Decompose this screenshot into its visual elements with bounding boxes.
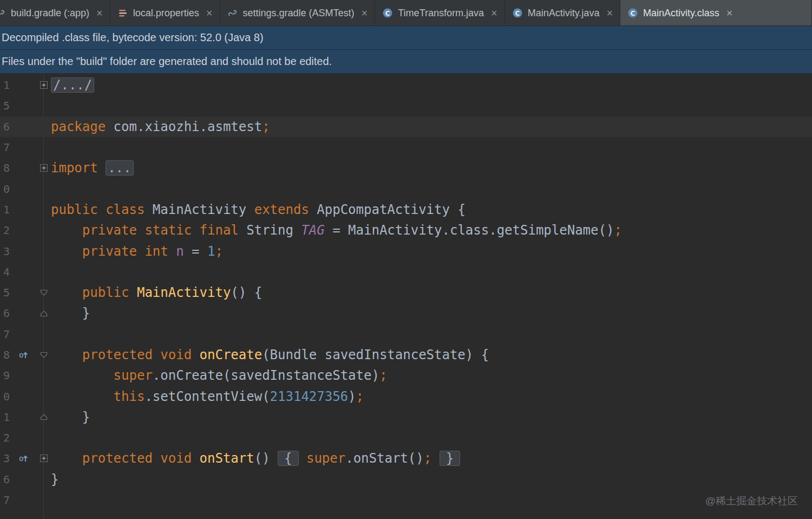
editor[interactable]: 1/.../56package com.xiaozhi.asmtest;78im… bbox=[0, 74, 812, 519]
code-text: } bbox=[51, 473, 58, 486]
fold-plus-icon[interactable] bbox=[37, 164, 51, 172]
tab-label: settings.gradle (ASMTest) bbox=[243, 8, 355, 18]
tab-bar: build.gradle (:app)×local.properties×set… bbox=[0, 0, 812, 26]
code-line[interactable]: 2 bbox=[0, 427, 812, 448]
line-number: 2 bbox=[0, 431, 10, 444]
watermark: @稀土掘金技术社区 bbox=[705, 494, 798, 508]
svg-text:o: o bbox=[19, 351, 23, 359]
code-line[interactable]: 2 private static final String TAG = Main… bbox=[0, 220, 812, 241]
code-text: public class MainActivity extends AppCom… bbox=[51, 203, 466, 216]
code-text: public MainActivity() { bbox=[51, 286, 262, 299]
code-line[interactable]: 4 bbox=[0, 262, 812, 282]
fold-start-icon[interactable] bbox=[37, 289, 51, 296]
java-class-icon: C bbox=[627, 8, 638, 18]
fold-plus-icon[interactable] bbox=[37, 81, 51, 89]
tab-label: MainActivity.java bbox=[528, 8, 600, 18]
line-number: 9 bbox=[0, 369, 10, 382]
close-icon[interactable]: × bbox=[606, 8, 613, 18]
code-line[interactable]: 1 } bbox=[0, 407, 812, 427]
line-number: 1 bbox=[0, 411, 10, 424]
override-method-icon[interactable]: o bbox=[10, 348, 37, 361]
code-text: super.onCreate(savedInstanceState); bbox=[51, 369, 387, 382]
code-line[interactable]: 1public class MainActivity extends AppCo… bbox=[0, 199, 812, 220]
code-line[interactable]: 5 bbox=[0, 95, 812, 116]
line-number: 8 bbox=[0, 348, 10, 361]
fold-plus-icon[interactable] bbox=[37, 455, 51, 462]
code-text: protected void onStart() { super.onStart… bbox=[51, 451, 460, 466]
close-icon[interactable]: × bbox=[726, 8, 733, 18]
close-icon[interactable]: × bbox=[362, 8, 368, 18]
line-number: 7 bbox=[0, 494, 10, 507]
code-line[interactable]: 9 super.onCreate(savedInstanceState); bbox=[0, 365, 812, 386]
code-text: import ... bbox=[51, 160, 134, 176]
line-number: 4 bbox=[0, 265, 10, 278]
notification-banner-2: Files under the "build" folder are gener… bbox=[0, 50, 812, 74]
svg-text:o: o bbox=[19, 454, 23, 463]
line-number: 2 bbox=[0, 224, 10, 237]
ide-window: build.gradle (:app)×local.properties×set… bbox=[0, 0, 812, 519]
code-line[interactable]: 5 public MainActivity() { bbox=[0, 282, 812, 303]
code-line[interactable]: 8import ... bbox=[0, 158, 812, 178]
notification-banner-1: Decompiled .class file, bytecode version… bbox=[0, 26, 812, 50]
gradle-icon bbox=[0, 8, 6, 18]
java-class-icon: C bbox=[382, 8, 393, 18]
line-number: 8 bbox=[0, 161, 10, 174]
override-method-icon[interactable]: o bbox=[10, 452, 37, 465]
java-class-icon: C bbox=[512, 8, 523, 18]
line-number: 0 bbox=[0, 183, 10, 196]
code-text: /.../ bbox=[51, 77, 94, 93]
code-text: private static final String TAG = MainAc… bbox=[51, 224, 622, 237]
tab-label: MainActivity.class bbox=[643, 8, 719, 18]
code-line[interactable]: 0 this.setContentView(2131427356); bbox=[0, 386, 812, 406]
notification-banners: Decompiled .class file, bytecode version… bbox=[0, 26, 812, 74]
line-number: 6 bbox=[0, 473, 10, 486]
gradle-icon bbox=[227, 8, 238, 18]
code-text: } bbox=[51, 411, 90, 424]
code-text: private int n = 1; bbox=[51, 245, 223, 258]
tab-label: TimeTransform.java bbox=[398, 8, 484, 18]
code-line[interactable]: 6package com.xiaozhi.asmtest; bbox=[0, 116, 812, 137]
line-number: 0 bbox=[0, 390, 10, 403]
line-number: 3 bbox=[0, 245, 10, 258]
line-number: 1 bbox=[0, 79, 10, 92]
tab-label: build.gradle (:app) bbox=[11, 8, 89, 18]
line-number: 7 bbox=[0, 328, 10, 341]
close-icon[interactable]: × bbox=[96, 8, 103, 18]
fold-end-icon[interactable] bbox=[37, 413, 51, 420]
tab-build-gradle-app[interactable]: build.gradle (:app)× bbox=[0, 0, 110, 25]
tab-timetransform-java[interactable]: CTimeTransform.java× bbox=[375, 0, 505, 25]
tab-mainactivity-java[interactable]: CMainActivity.java× bbox=[505, 0, 620, 25]
code-line[interactable]: 3o protected void onStart() { super.onSt… bbox=[0, 448, 812, 469]
fold-start-icon[interactable] bbox=[37, 352, 51, 359]
code-text: this.setContentView(2131427356); bbox=[51, 390, 364, 403]
code-line[interactable]: 1/.../ bbox=[0, 75, 812, 95]
properties-icon bbox=[117, 8, 128, 18]
editor-lines: 1/.../56package com.xiaozhi.asmtest;78im… bbox=[0, 75, 812, 510]
code-line[interactable]: 7 bbox=[0, 324, 812, 345]
code-line[interactable]: 0 bbox=[0, 178, 812, 199]
close-icon[interactable]: × bbox=[491, 8, 497, 18]
fold-end-icon[interactable] bbox=[37, 310, 51, 317]
line-number: 7 bbox=[0, 141, 10, 154]
code-line[interactable]: 6} bbox=[0, 469, 812, 490]
code-line[interactable]: 7 bbox=[0, 137, 812, 158]
line-number: 1 bbox=[0, 203, 10, 216]
line-number: 5 bbox=[0, 99, 10, 112]
code-line[interactable]: 3 private int n = 1; bbox=[0, 241, 812, 261]
code-line[interactable]: 6 } bbox=[0, 303, 812, 323]
svg-text:C: C bbox=[631, 9, 636, 17]
close-icon[interactable]: × bbox=[206, 8, 213, 18]
code-text: package com.xiaozhi.asmtest; bbox=[51, 120, 270, 133]
code-text: protected void onCreate(Bundle savedInst… bbox=[51, 348, 489, 361]
tab-settings-gradle-asmtest[interactable]: settings.gradle (ASMTest)× bbox=[220, 0, 376, 25]
tab-label: local.properties bbox=[133, 8, 199, 18]
svg-text:C: C bbox=[515, 9, 520, 17]
line-number: 5 bbox=[0, 286, 10, 299]
tab-mainactivity-class[interactable]: CMainActivity.class× bbox=[620, 0, 812, 25]
line-number: 6 bbox=[0, 120, 10, 133]
line-number: 3 bbox=[0, 452, 10, 465]
tab-local-properties[interactable]: local.properties× bbox=[110, 0, 220, 25]
svg-text:C: C bbox=[385, 9, 390, 17]
code-line[interactable]: 8o protected void onCreate(Bundle savedI… bbox=[0, 345, 812, 365]
code-line[interactable]: 7 bbox=[0, 490, 812, 510]
